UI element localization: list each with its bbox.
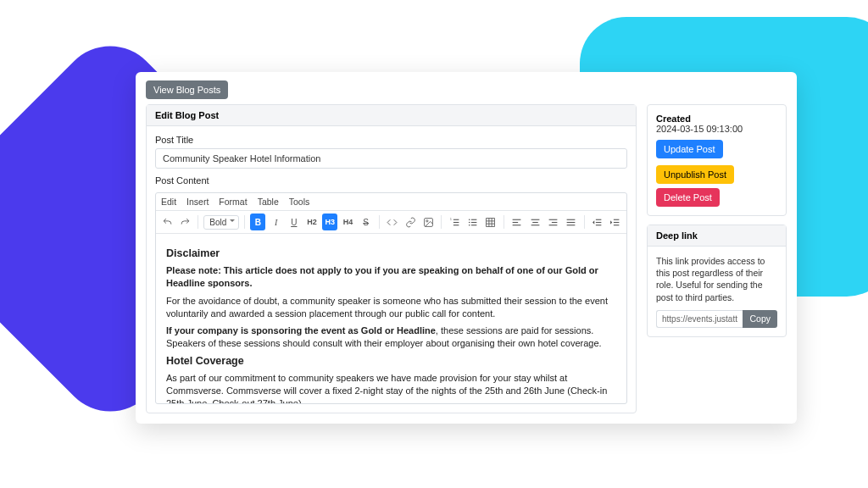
svg-rect-10 <box>471 221 477 222</box>
svg-text:1: 1 <box>450 218 452 221</box>
svg-rect-25 <box>549 225 558 225</box>
redo-icon[interactable] <box>177 214 192 230</box>
update-post-button[interactable]: Update Post <box>656 140 723 158</box>
svg-rect-12 <box>487 218 495 226</box>
bullet-list-button[interactable] <box>465 214 480 230</box>
content-p3-bold: If your company is sponsoring the event … <box>166 325 436 336</box>
post-title-label: Post Title <box>155 135 627 145</box>
svg-rect-31 <box>596 225 602 225</box>
svg-rect-35 <box>614 225 620 225</box>
svg-rect-30 <box>596 221 602 222</box>
align-right-button[interactable] <box>545 214 560 230</box>
deeplink-url-input[interactable] <box>656 310 743 328</box>
deeplink-header: Deep link <box>648 225 786 247</box>
svg-rect-2 <box>453 219 459 219</box>
italic-button[interactable]: I <box>268 214 283 230</box>
unpublish-post-button[interactable]: Unpublish Post <box>656 165 734 184</box>
svg-point-7 <box>469 221 470 223</box>
svg-rect-33 <box>614 219 620 219</box>
svg-rect-23 <box>549 219 558 219</box>
h2-button[interactable]: H2 <box>304 214 320 230</box>
svg-point-1 <box>426 219 428 221</box>
svg-rect-28 <box>567 225 576 225</box>
svg-point-6 <box>469 219 470 220</box>
svg-rect-9 <box>471 219 477 219</box>
content-p2: For the avoidance of doubt, a community … <box>166 295 616 320</box>
copy-button[interactable]: Copy <box>743 310 777 328</box>
svg-rect-26 <box>567 219 576 219</box>
indent-button[interactable] <box>608 214 623 230</box>
svg-rect-29 <box>596 219 602 219</box>
ordered-list-button[interactable]: 1 <box>447 214 462 230</box>
menu-edit[interactable]: Edit <box>161 197 176 207</box>
deeplink-card: Deep link This link provides access to t… <box>647 225 787 337</box>
svg-rect-18 <box>513 221 519 222</box>
format-select[interactable]: Bold <box>203 215 239 230</box>
image-button[interactable] <box>420 214 436 230</box>
view-blog-posts-button[interactable]: View Blog Posts <box>146 80 228 99</box>
code-button[interactable] <box>385 214 400 230</box>
svg-rect-19 <box>513 225 521 225</box>
underline-button[interactable]: U <box>287 214 302 230</box>
undo-icon[interactable] <box>159 214 175 230</box>
content-heading-hotel: Hotel Coverage <box>166 355 616 367</box>
app-window: View Blog Posts Edit Blog Post Post Titl… <box>136 72 797 424</box>
svg-marker-36 <box>611 220 613 224</box>
menu-format[interactable]: Format <box>219 197 247 207</box>
topbar: View Blog Posts <box>136 72 797 104</box>
svg-rect-21 <box>532 221 538 222</box>
post-content-label: Post Content <box>155 175 627 186</box>
link-button[interactable] <box>403 214 418 230</box>
svg-rect-34 <box>614 221 620 222</box>
align-center-button[interactable] <box>527 214 542 230</box>
menu-tools[interactable]: Tools <box>289 197 310 207</box>
deeplink-description: This link provides access to this post r… <box>656 255 777 303</box>
menu-insert[interactable]: Insert <box>186 197 209 207</box>
svg-rect-27 <box>567 221 576 222</box>
strikethrough-button[interactable]: S <box>359 214 374 230</box>
editor-content-area[interactable]: Disclaimer Please note: This article doe… <box>156 234 626 403</box>
h3-button[interactable]: H3 <box>322 214 337 230</box>
outdent-button[interactable] <box>590 214 605 230</box>
table-button[interactable] <box>483 214 498 230</box>
editor-toolbar: Bold B I U H2 H3 H4 S <box>156 211 626 234</box>
edit-post-card: Edit Blog Post Post Title Post Content E… <box>146 104 637 413</box>
separator <box>198 215 198 229</box>
svg-rect-22 <box>531 225 539 225</box>
svg-rect-17 <box>513 219 521 219</box>
edit-post-card-header: Edit Blog Post <box>147 105 636 126</box>
content-p1: Please note: This article does not apply… <box>166 265 598 288</box>
svg-rect-11 <box>471 225 477 225</box>
created-value: 2024-03-15 09:13:00 <box>656 124 777 134</box>
created-label: Created <box>656 114 777 124</box>
editor-menubar: Edit Insert Format Table Tools <box>156 193 626 211</box>
svg-rect-3 <box>453 221 459 222</box>
post-title-input[interactable] <box>155 148 627 169</box>
svg-marker-32 <box>593 220 594 224</box>
svg-rect-4 <box>453 225 459 225</box>
align-left-button[interactable] <box>509 214 525 230</box>
content-heading-disclaimer: Disclaimer <box>166 247 616 259</box>
meta-card: Created 2024-03-15 09:13:00 Update Post … <box>647 104 787 216</box>
align-justify-button[interactable] <box>563 214 578 230</box>
rich-text-editor: Edit Insert Format Table Tools Bold <box>155 192 627 404</box>
svg-rect-20 <box>531 219 539 219</box>
svg-point-8 <box>469 224 470 225</box>
svg-rect-24 <box>552 221 558 222</box>
menu-table[interactable]: Table <box>258 197 279 207</box>
content-p4: As part of our commitment to community s… <box>166 372 616 403</box>
bold-button[interactable]: B <box>250 214 265 230</box>
delete-post-button[interactable]: Delete Post <box>656 188 720 207</box>
h4-button[interactable]: H4 <box>340 214 355 230</box>
